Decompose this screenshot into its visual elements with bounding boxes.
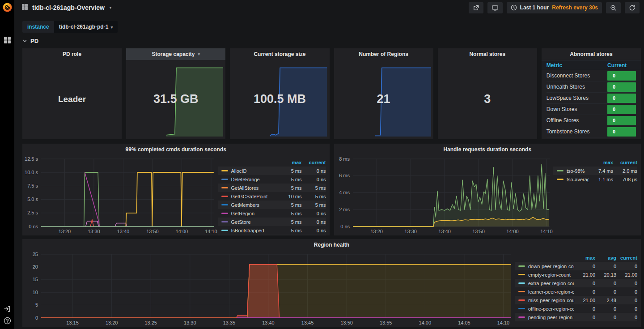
legend-series-label[interactable]: offline-peer-region-count (515, 306, 574, 312)
legend-value: 0 (595, 281, 616, 286)
time-picker-button[interactable]: Last 1 hour Refresh every 30s (507, 2, 602, 13)
legend-series-color-icon[interactable] (518, 316, 525, 318)
legend-item: empty-region-count21.0020.1321.00 (515, 270, 637, 279)
legend-column-header[interactable]: current (613, 160, 637, 165)
grafana-logo-icon[interactable] (0, 0, 14, 13)
legend-series-label[interactable]: pending-peer-region-count (515, 315, 574, 320)
legend-column-header[interactable]: max (589, 160, 613, 165)
y-tick-label: 25 (33, 252, 38, 257)
legend-series-color-icon[interactable] (518, 291, 525, 292)
legend-column-header[interactable]: avg (595, 255, 616, 261)
legend-series-label[interactable]: tso-98% (553, 168, 589, 174)
legend-value: 21.00 (616, 272, 637, 278)
legend-series-color-icon[interactable] (518, 274, 525, 275)
legend-series-label[interactable]: IsBootstrapped (218, 228, 278, 233)
table-row: LowSpace Stores0 (547, 93, 636, 104)
sign-in-icon[interactable] (0, 303, 14, 315)
legend-series-label[interactable]: tso-average (553, 177, 589, 182)
legend-series-color-icon[interactable] (518, 308, 525, 309)
legend-value: 2.0 ms (613, 168, 637, 174)
legend-value: 7.4 ms (589, 168, 613, 174)
legend-series-color-icon[interactable] (221, 204, 228, 205)
legend-series-color-icon[interactable] (557, 179, 564, 180)
legend-series-label[interactable]: learner-peer-region-count (515, 289, 574, 295)
panel-title[interactable]: PD role (22, 48, 122, 60)
legend-series-label[interactable]: DeleteRange (218, 177, 278, 182)
y-tick-label: 10 (33, 290, 38, 295)
legend-series-color-icon[interactable] (221, 230, 228, 231)
legend-value: 0 ns (302, 228, 326, 233)
legend-series-color-icon[interactable] (518, 265, 525, 267)
legend-series-label[interactable]: GetAllStores (218, 185, 278, 191)
tv-mode-button[interactable] (487, 2, 503, 13)
legend-header: maxavgcurrent (515, 254, 637, 262)
legend-series-label[interactable]: extra-peer-region-count (515, 281, 574, 286)
legend-series-label[interactable]: GetGCSafePoint (218, 194, 278, 199)
legend-series-label[interactable]: GetMembers (218, 202, 278, 208)
legend-series-color-icon[interactable] (221, 221, 228, 222)
x-tick-label: 14:10 (497, 320, 510, 325)
legend-column-header[interactable]: max (278, 160, 302, 165)
column-header: Current (607, 62, 636, 68)
help-icon[interactable] (0, 315, 14, 326)
legend-series-color-icon[interactable] (221, 213, 228, 214)
legend-series-label[interactable]: miss-peer-region-count (515, 298, 574, 303)
legend-series-color-icon[interactable] (518, 282, 525, 284)
dashboards-icon[interactable] (0, 34, 14, 46)
legend-series-color-icon[interactable] (557, 170, 564, 171)
legend-item: offline-peer-region-count000 (515, 304, 637, 313)
sidebar (0, 0, 14, 329)
legend-value: 0 (616, 281, 637, 286)
chart-plot-area[interactable]: 051015202513:1513:2013:2513:3013:3513:40… (22, 251, 515, 327)
legend-series-color-icon[interactable] (221, 187, 228, 188)
zoom-out-button[interactable] (606, 2, 621, 13)
panel-title[interactable]: Number of Regions (334, 48, 433, 60)
legend-value: 0 (595, 315, 616, 320)
legend-series-label[interactable]: down-peer-region-count (515, 264, 574, 269)
share-button[interactable] (469, 2, 483, 13)
panel-title[interactable]: Normal stores (438, 48, 537, 60)
chart-plot-area[interactable]: 0 ns2.5 s5.0 s7.5 s10.0 s12.5 s13:2013:3… (22, 155, 218, 235)
legend-value: 0 (574, 281, 595, 286)
table-row: Disconnect Stores0 (547, 70, 636, 81)
panel-title[interactable]: 99% completed cmds duration seconds (22, 144, 330, 155)
refresh-button[interactable] (625, 2, 640, 13)
panel-title[interactable]: Region health (22, 239, 641, 251)
metric-label: Down Stores (547, 106, 607, 112)
metric-label: Offline Stores (547, 117, 607, 124)
panel-title[interactable]: Storage capacity ▾ (126, 48, 225, 60)
legend-value: 0 (616, 264, 637, 269)
section-pd-toggle[interactable]: PD (22, 38, 644, 44)
legend-value: 5 ms (302, 194, 326, 199)
x-tick-label: 13:25 (144, 320, 157, 325)
panel-title[interactable]: Handle requests duration seconds (334, 144, 641, 155)
legend-series-color-icon[interactable] (221, 196, 228, 197)
legend-column-header[interactable]: current (616, 255, 637, 261)
legend-column-header[interactable]: max (574, 255, 595, 261)
chart-plot-area[interactable]: 0 ns2 ms4 ms6 ms8 ms13:2013:3013:4013:50… (334, 155, 554, 235)
x-tick-label: 13:15 (66, 320, 79, 325)
stat-value: Leader (22, 94, 122, 104)
legend-series-color-icon[interactable] (221, 170, 228, 171)
panel-title[interactable]: Abnormal stores (542, 48, 641, 60)
metric-value-cell: 0 (607, 127, 636, 137)
legend-value: 0 (616, 315, 637, 320)
x-tick-label: 14:10 (205, 229, 217, 234)
legend-series-label[interactable]: AllocID (218, 168, 278, 174)
panel-title[interactable]: Current storage size (230, 48, 329, 60)
legend-series-color-icon[interactable] (518, 299, 525, 301)
legend-value: 0 ns (302, 219, 326, 225)
legend-item: GetGCSafePoint10 ms5 ms (218, 192, 326, 201)
legend-series-color-icon[interactable] (221, 179, 228, 180)
variable-label: instance (22, 21, 54, 33)
legend-series-label[interactable]: GetRegion (218, 211, 278, 216)
legend-series-label[interactable]: empty-region-count (515, 272, 574, 278)
legend-value: 708 µs (613, 177, 637, 182)
x-tick-label: 13:30 (184, 320, 196, 325)
top-navbar: tidb-cl-261agb-Overview ▾ (14, 0, 644, 15)
instance-dropdown[interactable]: tidb-cl-261agb-pd-1 ▾ (54, 21, 118, 33)
legend-column-header[interactable]: current (302, 160, 326, 165)
dashboard-title-picker[interactable]: tidb-cl-261agb-Overview ▾ (21, 4, 111, 12)
y-tick-label: 8 ms (339, 156, 350, 162)
legend-series-label[interactable]: GetStore (218, 219, 278, 225)
